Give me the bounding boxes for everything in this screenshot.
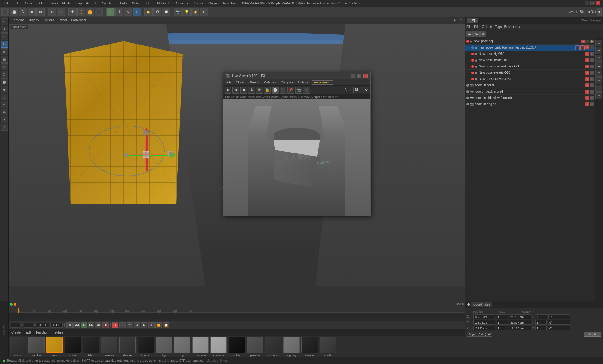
tr-next-key-btn[interactable]: ▶	[141, 322, 147, 328]
obj-render-icon[interactable]: ○	[590, 83, 594, 87]
ri-btn1[interactable]: ▲	[595, 40, 602, 46]
vp-icon1[interactable]: ⊕	[452, 18, 457, 23]
obj-item-sleeves[interactable]: ◼ New poes sleeves.OBJ ● ○	[465, 76, 595, 82]
lv-objects-menu[interactable]: Objects	[247, 81, 260, 84]
mat-item-collar[interactable]: collar	[65, 337, 81, 357]
obj-mat2[interactable]	[580, 46, 585, 50]
obj-render-icon[interactable]: ○	[590, 65, 594, 68]
cube-btn[interactable]: ⬛	[95, 8, 103, 16]
tr-loop-btn[interactable]: 🔁	[163, 322, 169, 328]
obj-vis-icon[interactable]: ●	[585, 52, 589, 56]
menu-pipeline[interactable]: Pipeline	[191, 1, 206, 6]
menu-simulate[interactable]: Simulate	[100, 1, 116, 6]
move-tool-btn[interactable]: ✛	[115, 8, 123, 16]
close-btn[interactable]: ✕	[596, 1, 600, 5]
obj-vis-icon[interactable]: ●	[585, 58, 589, 62]
menu-octane[interactable]: Octane	[239, 1, 253, 6]
mat-item-sleeves2[interactable]: sleeves	[119, 337, 136, 357]
mat-item-inside[interactable]: inside	[320, 337, 336, 357]
vp-display-menu[interactable]: Display	[27, 18, 41, 23]
new-obj-btn[interactable]: ✚	[68, 8, 77, 16]
edge-mode-btn[interactable]: ╲	[19, 8, 27, 16]
mat-item-front-an[interactable]: front an	[138, 337, 154, 357]
obj-item-new-pose[interactable]: ▶ new_pose.obj ● ○ 🔒	[465, 38, 595, 45]
obj-vis-icon[interactable]: ●	[581, 40, 585, 43]
render-preview-btn[interactable]: 🔲	[162, 8, 170, 16]
x-h-input[interactable]	[548, 314, 570, 319]
tool6-btn[interactable]: ⊞	[1, 56, 8, 63]
om-btn2[interactable]: ⊗	[473, 31, 480, 37]
lv-lock-btn[interactable]: 🔒	[264, 87, 271, 94]
obj-render-icon[interactable]: ○	[590, 71, 594, 75]
tool14-btn[interactable]: ✦	[1, 116, 8, 123]
tr-next-frame-btn[interactable]: ▶▶	[88, 322, 94, 328]
menu-help[interactable]: Help	[297, 1, 307, 6]
obj-item-tank-top[interactable]: ◼ new_pose_tank_top_and_leggings1.OBJ ● …	[465, 45, 595, 51]
lv-cloud-menu[interactable]: Cloud	[235, 81, 245, 84]
lv-box-btn[interactable]: ⬛	[280, 87, 286, 94]
om-bookmarks-menu[interactable]: Bookmarks	[504, 25, 520, 29]
undo-btn[interactable]: ↩	[48, 8, 56, 16]
obj-vis-icon[interactable]: ●	[585, 83, 589, 87]
rotate-tool-btn[interactable]: ↻	[133, 8, 141, 16]
ri-btn7[interactable]: ?	[595, 85, 602, 92]
uv-mode-btn[interactable]: ⊞	[36, 8, 45, 16]
vp-prorender-menu[interactable]: ProRender	[69, 18, 88, 23]
z-pos-input[interactable]	[473, 326, 495, 330]
obj-render-icon[interactable]: ○	[590, 52, 594, 56]
om-btn1[interactable]: ⊕	[466, 31, 473, 37]
obj-item-front-back[interactable]: ◼ New pose front and back.OBJ ● ○	[465, 63, 595, 70]
menu-mograph[interactable]: MoGraph	[155, 1, 172, 6]
vp-options-menu[interactable]: Options	[42, 18, 56, 23]
ri-btn5[interactable]: ▼	[595, 70, 602, 77]
lv-cam-btn[interactable]: 📷	[295, 87, 302, 94]
tool15-btn[interactable]: ⌖	[1, 124, 8, 131]
obj-render-icon[interactable]: ○	[585, 40, 589, 43]
select-live-btn[interactable]: ↖	[1, 18, 8, 25]
menu-file[interactable]: File	[3, 1, 11, 6]
obj-tab-obj[interactable]: Obj	[467, 18, 478, 23]
camera-btn[interactable]: 📷	[174, 8, 182, 16]
tr-autokey-btn[interactable]: ⊕	[119, 322, 126, 328]
tool13-btn[interactable]: ⊛	[1, 109, 8, 115]
x-pos-input[interactable]	[473, 314, 495, 319]
mat-item-sleeves1[interactable]: sleeves	[101, 337, 117, 357]
polygon-mode-btn[interactable]: ◆	[28, 8, 36, 16]
obj-vis-icon[interactable]: ●	[585, 46, 589, 49]
obj-mat1[interactable]	[575, 46, 580, 50]
menu-edit[interactable]: Edit	[12, 1, 21, 6]
z-b-input[interactable]	[548, 326, 570, 330]
timeline-ruler[interactable]: 0 40 80 120 160 200 240 280 320	[9, 308, 465, 313]
redo-btn[interactable]: ↪	[57, 8, 65, 16]
ri-btn8[interactable]: ?	[595, 92, 602, 99]
lv-file-menu[interactable]: File	[225, 81, 233, 84]
menu-animate[interactable]: Animate	[84, 1, 100, 6]
obj-render-icon[interactable]: ○	[590, 102, 594, 106]
mat-item-tshirt-co[interactable]: tshirt co	[10, 337, 26, 357]
mat-item-accesso[interactable]: accesso	[265, 337, 281, 357]
scale-btn[interactable]: ⤡	[1, 33, 8, 40]
mat-item-bg2[interactable]: bg	[174, 337, 190, 357]
obj-render-icon[interactable]: ○	[590, 46, 594, 49]
menu-tools[interactable]: Tools	[49, 1, 60, 6]
z-b-spin[interactable]	[535, 326, 547, 330]
tr-record-btn[interactable]: ⏺	[102, 322, 109, 328]
lv-channel-select[interactable]: DL	[353, 87, 369, 93]
apply-button[interactable]: Apply	[584, 332, 601, 337]
obj-item-eyelets[interactable]: ◼ New pose eyelets.OBJ ● ○	[465, 70, 595, 76]
obj-vis-icon[interactable]: ●	[585, 65, 589, 68]
tr-motion-btn[interactable]: 〜	[127, 322, 133, 328]
y-size-spin[interactable]	[497, 320, 508, 325]
menu-script[interactable]: Script	[269, 1, 281, 6]
tr-fps-btn[interactable]: ⏩	[155, 322, 162, 328]
lv-play-btn[interactable]: ▶	[225, 87, 231, 94]
tr-layer-btn[interactable]: ≡	[148, 322, 155, 328]
vp-icon2[interactable]: □	[459, 18, 464, 23]
om-edit-menu[interactable]: Edit	[474, 25, 479, 29]
fps-input[interactable]	[24, 323, 33, 328]
mat-edit-menu[interactable]: Edit	[24, 330, 32, 335]
layout-dropdown-btn[interactable]: ▾	[597, 8, 602, 16]
obj-item-zig[interactable]: ◼ New pose zig.OBJ ● ○	[465, 51, 595, 57]
tool8-btn[interactable]: ⬡	[1, 71, 8, 78]
lv-cam2-btn[interactable]: 🎥	[303, 87, 310, 94]
